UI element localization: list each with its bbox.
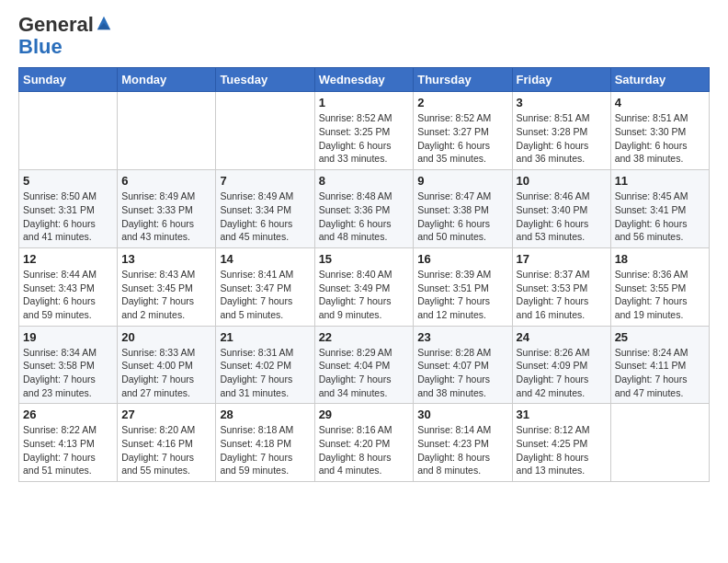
- day-number: 9: [417, 174, 507, 188]
- day-info: Sunrise: 8:51 AM Sunset: 3:28 PM Dayligh…: [517, 111, 607, 166]
- calendar-cell: 10Sunrise: 8:46 AM Sunset: 3:40 PM Dayli…: [512, 170, 610, 248]
- calendar-cell: 7Sunrise: 8:49 AM Sunset: 3:34 PM Daylig…: [216, 170, 314, 248]
- weekday-header-tuesday: Tuesday: [216, 68, 314, 92]
- day-number: 17: [517, 252, 607, 266]
- logo: General Blue: [18, 14, 112, 58]
- calendar-cell: 24Sunrise: 8:26 AM Sunset: 4:09 PM Dayli…: [512, 326, 610, 404]
- weekday-header-saturday: Saturday: [610, 68, 709, 92]
- day-info: Sunrise: 8:34 AM Sunset: 3:58 PM Dayligh…: [23, 346, 113, 400]
- calendar-cell: 1Sunrise: 8:52 AM Sunset: 3:25 PM Daylig…: [314, 92, 414, 170]
- day-number: 29: [319, 408, 410, 421]
- calendar-cell: 13Sunrise: 8:43 AM Sunset: 3:45 PM Dayli…: [118, 247, 216, 326]
- logo-general: General: [18, 13, 94, 36]
- calendar-cell: 5Sunrise: 8:50 AM Sunset: 3:31 PM Daylig…: [19, 170, 118, 248]
- day-info: Sunrise: 8:16 AM Sunset: 4:20 PM Dayligh…: [319, 423, 410, 477]
- day-info: Sunrise: 8:41 AM Sunset: 3:47 PM Dayligh…: [220, 268, 310, 322]
- day-number: 3: [517, 96, 607, 109]
- day-info: Sunrise: 8:49 AM Sunset: 3:34 PM Dayligh…: [220, 190, 310, 244]
- calendar-cell: 25Sunrise: 8:24 AM Sunset: 4:11 PM Dayli…: [610, 326, 709, 404]
- day-info: Sunrise: 8:51 AM Sunset: 3:30 PM Dayligh…: [615, 111, 705, 166]
- header: General Blue: [18, 14, 710, 58]
- calendar-cell: [19, 92, 118, 170]
- calendar-table: SundayMondayTuesdayWednesdayThursdayFrid…: [18, 67, 710, 482]
- calendar-cell: 19Sunrise: 8:34 AM Sunset: 3:58 PM Dayli…: [19, 326, 118, 404]
- calendar-cell: 12Sunrise: 8:44 AM Sunset: 3:43 PM Dayli…: [19, 247, 118, 326]
- weekday-header-sunday: Sunday: [19, 68, 118, 92]
- calendar-cell: [216, 92, 314, 170]
- day-number: 19: [23, 330, 113, 344]
- day-info: Sunrise: 8:47 AM Sunset: 3:38 PM Dayligh…: [417, 190, 507, 244]
- day-number: 18: [615, 252, 705, 266]
- day-number: 10: [517, 174, 607, 188]
- day-number: 5: [23, 174, 113, 188]
- day-number: 24: [517, 330, 607, 344]
- day-info: Sunrise: 8:24 AM Sunset: 4:11 PM Dayligh…: [615, 346, 705, 400]
- logo-blue: Blue: [18, 35, 63, 58]
- logo-icon: [96, 15, 112, 31]
- day-info: Sunrise: 8:52 AM Sunset: 3:27 PM Dayligh…: [417, 111, 507, 166]
- calendar-cell: 18Sunrise: 8:36 AM Sunset: 3:55 PM Dayli…: [610, 247, 709, 326]
- calendar-cell: 29Sunrise: 8:16 AM Sunset: 4:20 PM Dayli…: [314, 404, 414, 482]
- day-number: 14: [220, 252, 310, 266]
- weekday-header-wednesday: Wednesday: [314, 68, 414, 92]
- calendar-cell: 8Sunrise: 8:48 AM Sunset: 3:36 PM Daylig…: [314, 170, 414, 248]
- weekday-header-row: SundayMondayTuesdayWednesdayThursdayFrid…: [19, 68, 710, 92]
- day-number: 26: [23, 408, 113, 421]
- day-number: 21: [220, 330, 310, 344]
- calendar-cell: 26Sunrise: 8:22 AM Sunset: 4:13 PM Dayli…: [19, 404, 118, 482]
- calendar-cell: 17Sunrise: 8:37 AM Sunset: 3:53 PM Dayli…: [512, 247, 610, 326]
- day-info: Sunrise: 8:43 AM Sunset: 3:45 PM Dayligh…: [121, 268, 211, 322]
- week-row-3: 12Sunrise: 8:44 AM Sunset: 3:43 PM Dayli…: [19, 247, 710, 326]
- calendar-cell: 9Sunrise: 8:47 AM Sunset: 3:38 PM Daylig…: [414, 170, 512, 248]
- day-number: 1: [319, 96, 410, 109]
- weekday-header-monday: Monday: [118, 68, 216, 92]
- calendar-cell: 30Sunrise: 8:14 AM Sunset: 4:23 PM Dayli…: [414, 404, 512, 482]
- weekday-header-thursday: Thursday: [414, 68, 512, 92]
- calendar-cell: 2Sunrise: 8:52 AM Sunset: 3:27 PM Daylig…: [414, 92, 512, 170]
- day-info: Sunrise: 8:48 AM Sunset: 3:36 PM Dayligh…: [319, 190, 410, 244]
- calendar-cell: 6Sunrise: 8:49 AM Sunset: 3:33 PM Daylig…: [118, 170, 216, 248]
- day-number: 22: [319, 330, 410, 344]
- day-number: 7: [220, 174, 310, 188]
- page: General Blue SundayMondayTuesdayWednesda…: [0, 0, 728, 563]
- day-info: Sunrise: 8:50 AM Sunset: 3:31 PM Dayligh…: [23, 190, 113, 244]
- day-number: 25: [615, 330, 705, 344]
- day-info: Sunrise: 8:29 AM Sunset: 4:04 PM Dayligh…: [319, 346, 410, 400]
- day-number: 13: [121, 252, 211, 266]
- day-info: Sunrise: 8:36 AM Sunset: 3:55 PM Dayligh…: [615, 268, 705, 322]
- calendar-cell: 22Sunrise: 8:29 AM Sunset: 4:04 PM Dayli…: [314, 326, 414, 404]
- day-number: 20: [121, 330, 211, 344]
- day-info: Sunrise: 8:12 AM Sunset: 4:25 PM Dayligh…: [517, 423, 607, 477]
- calendar-cell: 16Sunrise: 8:39 AM Sunset: 3:51 PM Dayli…: [414, 247, 512, 326]
- weekday-header-friday: Friday: [512, 68, 610, 92]
- day-info: Sunrise: 8:33 AM Sunset: 4:00 PM Dayligh…: [121, 346, 211, 400]
- day-number: 15: [319, 252, 410, 266]
- day-info: Sunrise: 8:45 AM Sunset: 3:41 PM Dayligh…: [615, 190, 705, 244]
- day-number: 27: [121, 408, 211, 421]
- calendar-cell: 23Sunrise: 8:28 AM Sunset: 4:07 PM Dayli…: [414, 326, 512, 404]
- calendar-cell: 28Sunrise: 8:18 AM Sunset: 4:18 PM Dayli…: [216, 404, 314, 482]
- week-row-5: 26Sunrise: 8:22 AM Sunset: 4:13 PM Dayli…: [19, 404, 710, 482]
- day-info: Sunrise: 8:44 AM Sunset: 3:43 PM Dayligh…: [23, 268, 113, 322]
- day-info: Sunrise: 8:22 AM Sunset: 4:13 PM Dayligh…: [23, 423, 113, 477]
- day-info: Sunrise: 8:40 AM Sunset: 3:49 PM Dayligh…: [319, 268, 410, 322]
- day-info: Sunrise: 8:20 AM Sunset: 4:16 PM Dayligh…: [121, 423, 211, 477]
- week-row-2: 5Sunrise: 8:50 AM Sunset: 3:31 PM Daylig…: [19, 170, 710, 248]
- calendar-cell: 31Sunrise: 8:12 AM Sunset: 4:25 PM Dayli…: [512, 404, 610, 482]
- day-info: Sunrise: 8:18 AM Sunset: 4:18 PM Dayligh…: [220, 423, 310, 477]
- day-number: 30: [417, 408, 507, 421]
- day-info: Sunrise: 8:46 AM Sunset: 3:40 PM Dayligh…: [517, 190, 607, 244]
- calendar-cell: 4Sunrise: 8:51 AM Sunset: 3:30 PM Daylig…: [610, 92, 709, 170]
- calendar-cell: 20Sunrise: 8:33 AM Sunset: 4:00 PM Dayli…: [118, 326, 216, 404]
- day-number: 12: [23, 252, 113, 266]
- calendar-cell: 14Sunrise: 8:41 AM Sunset: 3:47 PM Dayli…: [216, 247, 314, 326]
- day-info: Sunrise: 8:39 AM Sunset: 3:51 PM Dayligh…: [417, 268, 507, 322]
- day-info: Sunrise: 8:14 AM Sunset: 4:23 PM Dayligh…: [417, 423, 507, 477]
- day-info: Sunrise: 8:37 AM Sunset: 3:53 PM Dayligh…: [517, 268, 607, 322]
- day-number: 31: [517, 408, 607, 421]
- calendar-cell: 3Sunrise: 8:51 AM Sunset: 3:28 PM Daylig…: [512, 92, 610, 170]
- calendar-cell: [118, 92, 216, 170]
- calendar-cell: [610, 404, 709, 482]
- day-info: Sunrise: 8:52 AM Sunset: 3:25 PM Dayligh…: [319, 111, 410, 166]
- day-info: Sunrise: 8:26 AM Sunset: 4:09 PM Dayligh…: [517, 346, 607, 400]
